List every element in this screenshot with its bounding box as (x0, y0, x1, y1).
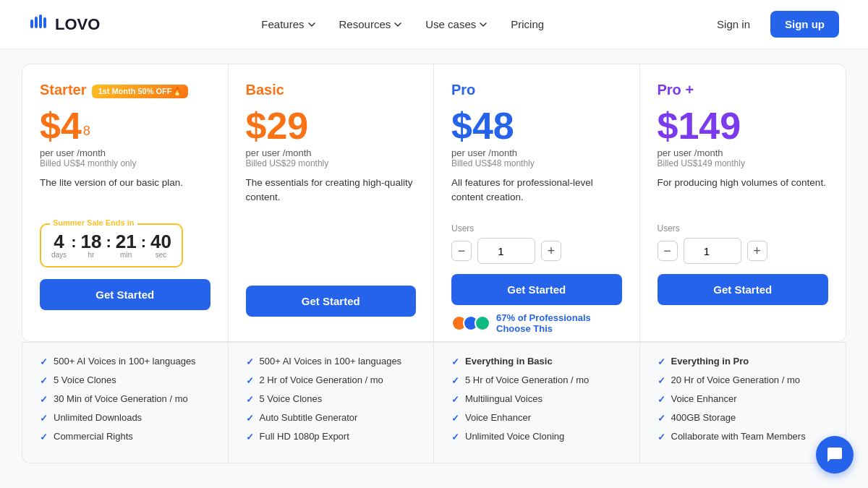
check-icon: ✓ (451, 413, 459, 424)
svg-rect-0 (30, 20, 33, 28)
check-icon: ✓ (246, 432, 254, 442)
countdown-min-unit: 21 min (116, 232, 137, 259)
pro-features: ✓ Everything in Basic ✓ 5 Hr of Voice Ge… (434, 342, 640, 463)
pro-users-section: Users − + (451, 223, 622, 264)
starter-per-user: per user /month (40, 147, 210, 158)
countdown-nums: 4 days : 18 hr : 21 min : 40 (51, 232, 171, 259)
countdown-sep1: : (71, 233, 76, 252)
basic-desc: The essentials for creating high-quality… (246, 176, 417, 213)
sale-badge: 1st Month 50% OFF🔥 (92, 85, 187, 98)
check-icon: ✓ (658, 375, 665, 386)
nav-features[interactable]: Features (261, 18, 315, 30)
proplus-users-decrement[interactable]: − (658, 241, 678, 261)
nav-resources[interactable]: Resources (339, 18, 403, 30)
countdown-days-val: 4 (54, 232, 64, 251)
starter-get-started[interactable]: Get Started (40, 279, 210, 310)
countdown-hr-lbl: hr (88, 251, 94, 259)
proplus-feature-4-text: 400GB Storage (671, 412, 736, 423)
countdown-rest: Sale Ends in (87, 218, 134, 227)
starter-feature-5-text: Commercial Rights (54, 431, 133, 442)
basic-billed: Billed US$29 monthly (246, 158, 417, 168)
nav-use-cases[interactable]: Use cases (425, 18, 488, 30)
signin-button[interactable]: Sign in (705, 12, 762, 36)
logo[interactable]: LOVO (29, 12, 100, 37)
countdown-min-lbl: min (120, 251, 132, 259)
basic-feature-1: ✓ 500+ AI Voices in 100+ languages (246, 356, 417, 367)
professionals-text: 67% of Professionals Choose This (496, 312, 622, 334)
countdown-sec-unit: 40 sec (150, 232, 171, 259)
basic-feature-3: ✓ 5 Voice Clones (246, 393, 417, 405)
nav-links: Features Resources Use cases Pricing (261, 18, 544, 30)
proplus-users-control: − + (658, 238, 829, 264)
check-icon: ✓ (451, 356, 459, 367)
check-icon: ✓ (658, 413, 665, 424)
basic-feature-5: ✓ Full HD 1080p Export (246, 431, 417, 442)
check-icon: ✓ (40, 375, 48, 386)
countdown-sec-lbl: sec (156, 251, 167, 259)
proplus-users-section: Users − + (658, 223, 829, 264)
pro-feature-3: ✓ Multilingual Voices (451, 393, 622, 405)
check-icon: ✓ (451, 394, 459, 405)
proplus-feature-4: ✓ 400GB Storage (658, 412, 829, 424)
pro-feature-1-text: Everything in Basic (465, 356, 553, 367)
proplus-users-label: Users (658, 223, 829, 234)
starter-features: ✓ 500+ AI Voices in 100+ languages ✓ 5 V… (22, 342, 229, 463)
starter-plan-name: Starter (40, 82, 86, 98)
countdown-box: Summer Sale Ends in 4 days : 18 hr : (40, 223, 183, 267)
starter-feature-1: ✓ 500+ AI Voices in 100+ languages (40, 356, 210, 367)
basic-get-started[interactable]: Get Started (246, 286, 417, 317)
plan-starter: Starter 1st Month 50% OFF🔥 $4 8 per user… (22, 64, 229, 341)
countdown-min-val: 21 (116, 232, 137, 251)
svg-rect-1 (35, 17, 38, 28)
pro-users-increment[interactable]: + (541, 241, 561, 261)
starter-feature-4-text: Unlimited Downloads (54, 412, 142, 423)
proplus-get-started[interactable]: Get Started (658, 274, 829, 305)
pro-feature-5-text: Unlimited Voice Cloning (465, 431, 564, 442)
pro-users-decrement[interactable]: − (451, 241, 472, 261)
proplus-feature-3-text: Voice Enhancer (671, 393, 737, 404)
proplus-price: $149 (658, 107, 741, 145)
basic-features: ✓ 500+ AI Voices in 100+ languages ✓ 2 H… (229, 342, 435, 463)
pro-feature-5: ✓ Unlimited Voice Cloning (451, 431, 622, 442)
countdown-hr-val: 18 (80, 232, 101, 251)
basic-price: $29 (246, 107, 309, 145)
starter-feature-5: ✓ Commercial Rights (40, 431, 210, 442)
pro-users-input[interactable] (477, 238, 535, 264)
pro-users-control: − + (451, 238, 622, 264)
proplus-feature-5: ✓ Collaborate with Team Members (658, 431, 829, 442)
pro-feature-1: ✓ Everything in Basic (451, 356, 622, 367)
plan-proplus: Pro + $149 per user /month Billed US$149… (640, 64, 846, 341)
check-icon: ✓ (658, 394, 665, 405)
check-icon: ✓ (451, 432, 459, 442)
countdown-days-unit: 4 days (51, 232, 67, 259)
starter-feature-3: ✓ 30 Min of Voice Generation / mo (40, 393, 210, 405)
countdown-summer: Summer (53, 218, 85, 227)
basic-feature-4: ✓ Auto Subtitle Generator (246, 412, 417, 424)
countdown-label: Summer Sale Ends in (50, 218, 137, 227)
pro-feature-4-text: Voice Enhancer (465, 412, 531, 423)
proplus-feature-1: ✓ Everything in Pro (658, 356, 829, 367)
starter-price: $4 (40, 107, 82, 145)
basic-feature-1-text: 500+ AI Voices in 100+ languages (260, 356, 402, 367)
basic-feature-5-text: Full HD 1080p Export (260, 431, 349, 442)
proplus-users-input[interactable] (684, 238, 741, 264)
svg-rect-3 (43, 17, 46, 28)
professionals-badge: 67% of Professionals Choose This (451, 312, 622, 334)
proplus-users-increment[interactable]: + (747, 241, 767, 261)
check-icon: ✓ (40, 432, 48, 442)
pro-get-started[interactable]: Get Started (451, 274, 622, 305)
countdown-sep3: : (141, 233, 146, 252)
starter-feature-1-text: 500+ AI Voices in 100+ languages (54, 356, 196, 367)
signup-button[interactable]: Sign up (770, 11, 839, 38)
pro-avatar-3 (475, 315, 490, 331)
basic-spacer (246, 223, 417, 286)
chat-button[interactable] (816, 436, 854, 474)
nav-pricing[interactable]: Pricing (511, 18, 544, 30)
starter-desc: The lite version of our basic plan. (40, 176, 210, 213)
pro-feature-2: ✓ 5 Hr of Voice Generation / mo (451, 374, 622, 386)
check-icon: ✓ (451, 375, 459, 386)
starter-feature-2-text: 5 Voice Clones (54, 374, 116, 385)
features-grid: ✓ 500+ AI Voices in 100+ languages ✓ 5 V… (22, 342, 846, 463)
countdown-sep2: : (106, 233, 111, 252)
basic-plan-name: Basic (246, 82, 284, 98)
